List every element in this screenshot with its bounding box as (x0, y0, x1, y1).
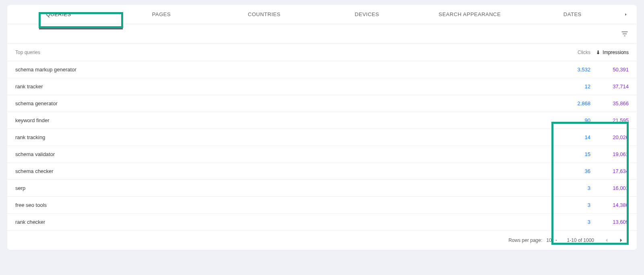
clicks-cell: 90 (552, 117, 590, 123)
impressions-cell: 14,386 (590, 202, 629, 208)
table-row: schema markup generator 3,532 50,391 (7, 61, 637, 78)
tab-dates[interactable]: DATES (521, 5, 624, 24)
query-cell[interactable]: free seo tools (15, 202, 552, 208)
caret-down-icon (554, 238, 558, 242)
table-row: rank tracking 14 20,026 (7, 129, 637, 146)
column-header-query[interactable]: Top queries (15, 50, 552, 55)
arrow-down-icon (595, 50, 601, 55)
table-row: free seo tools 3 14,386 (7, 197, 637, 214)
rows-per-page-value: 10 (546, 237, 551, 243)
table-row: serp 3 16,001 (7, 180, 637, 197)
query-cell[interactable]: rank tracking (15, 134, 552, 140)
next-page-button[interactable] (617, 237, 625, 244)
column-header-impressions[interactable]: Impressions (590, 50, 629, 55)
filter-bar (7, 24, 637, 44)
impressions-cell: 17,634 (590, 168, 629, 174)
query-cell[interactable]: schema generator (15, 100, 552, 106)
query-cell[interactable]: keyword finder (15, 117, 552, 123)
query-cell[interactable]: serp (15, 185, 552, 191)
query-cell[interactable]: rank tracker (15, 83, 552, 90)
impressions-cell: 37,714 (590, 83, 629, 90)
rows-per-page-label: Rows per page: (508, 237, 542, 243)
column-header-clicks[interactable]: Clicks (552, 50, 590, 55)
rows-per-page: Rows per page: 10 (508, 237, 558, 243)
table-row: schema checker 36 17,634 (7, 163, 637, 180)
tab-countries[interactable]: COUNTRIES (213, 5, 316, 24)
query-cell[interactable]: schema validator (15, 151, 552, 157)
table-row: rank tracker 12 37,714 (7, 78, 637, 95)
dimension-tabs: QUERIES PAGES COUNTRIES DEVICES SEARCH A… (7, 5, 637, 24)
clicks-cell: 3 (552, 219, 590, 225)
filter-icon (621, 30, 629, 38)
clicks-cell: 12 (552, 83, 590, 90)
table-row: schema generator 2,868 35,866 (7, 95, 637, 112)
pager-nav (603, 237, 625, 244)
tab-devices[interactable]: DEVICES (316, 5, 418, 24)
query-cell[interactable]: rank checker (15, 219, 552, 225)
impressions-cell: 20,026 (590, 134, 629, 140)
chevron-right-icon (624, 12, 628, 17)
impressions-cell: 16,001 (590, 185, 629, 191)
page-range-label: 1-10 of 1000 (567, 237, 594, 243)
clicks-cell: 3 (552, 202, 590, 208)
chevron-right-icon (617, 237, 625, 244)
table-row: keyword finder 90 21,595 (7, 112, 637, 129)
rows-per-page-select[interactable]: 10 (546, 237, 558, 243)
impressions-cell: 19,061 (590, 151, 629, 157)
query-cell[interactable]: schema checker (15, 168, 552, 174)
column-header-impressions-label: Impressions (603, 50, 629, 55)
impressions-cell: 35,866 (590, 100, 629, 106)
impressions-cell: 50,391 (590, 67, 629, 73)
table-header-row: Top queries Clicks Impressions (7, 44, 637, 61)
table-pager: Rows per page: 10 1-10 of 1000 (7, 231, 637, 250)
clicks-cell: 3 (552, 185, 590, 191)
query-cell[interactable]: schema markup generator (15, 67, 552, 73)
chevron-left-icon (603, 237, 610, 244)
queries-table: Top queries Clicks Impressions schema ma… (7, 44, 637, 231)
performance-panel: QUERIES PAGES COUNTRIES DEVICES SEARCH A… (7, 5, 637, 250)
filter-button[interactable] (621, 30, 629, 38)
table-row: schema validator 15 19,061 (7, 146, 637, 163)
tab-pages[interactable]: PAGES (110, 5, 213, 24)
impressions-cell: 21,595 (590, 117, 629, 123)
clicks-cell: 2,868 (552, 100, 590, 106)
clicks-cell: 36 (552, 168, 590, 174)
impressions-cell: 13,609 (590, 219, 629, 225)
table-row: rank checker 3 13,609 (7, 214, 637, 231)
clicks-cell: 3,532 (552, 67, 590, 73)
tabs-overflow-button[interactable] (624, 12, 637, 17)
tab-queries[interactable]: QUERIES (7, 5, 110, 24)
clicks-cell: 15 (552, 151, 590, 157)
tab-search-appearance[interactable]: SEARCH APPEARANCE (418, 5, 521, 24)
clicks-cell: 14 (552, 134, 590, 140)
column-header-clicks-label: Clicks (578, 50, 590, 55)
prev-page-button[interactable] (603, 237, 610, 244)
